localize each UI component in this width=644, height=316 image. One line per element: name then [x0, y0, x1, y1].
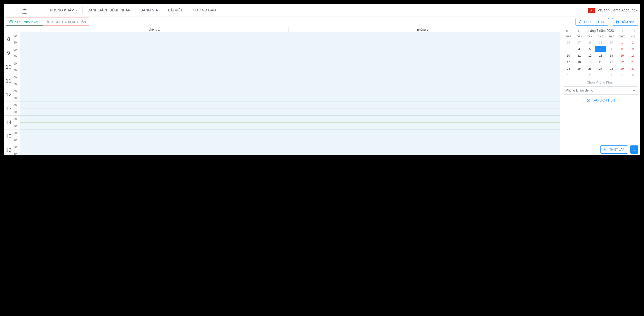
calendar-day[interactable]: 13 [595, 52, 606, 59]
calendar-day[interactable]: 29 [595, 39, 606, 46]
calendar-day[interactable]: 3 [563, 46, 574, 52]
calendar-day[interactable]: 12 [584, 52, 595, 59]
calendar-day[interactable]: 2 [584, 72, 595, 78]
calendar-dow: TH 4 [584, 34, 595, 39]
calendar-day[interactable]: 30 [606, 39, 617, 46]
settings-button[interactable]: THIẾT LẬP [600, 146, 628, 154]
calendar-day[interactable]: 20 [595, 59, 606, 65]
nav-item-label: PHÒNG KHÁM [50, 8, 74, 12]
calendar-day[interactable]: 26 [584, 65, 595, 72]
minute-label: 00 [13, 46, 20, 53]
nav-item[interactable]: PHÒNG KHÁM [45, 4, 82, 16]
calendar-nav: « ‹ tháng 7 năm 2023 › » [563, 28, 638, 34]
right-panel: « ‹ tháng 7 năm 2023 › » TH 2TH 3TH 4TH … [560, 27, 640, 155]
minute-label: 30 [13, 150, 20, 156]
calendar-day[interactable]: 15 [617, 52, 628, 59]
svg-point-6 [47, 21, 48, 22]
calendar-day[interactable]: 5 [584, 46, 595, 52]
calendar-day[interactable]: 26 [563, 39, 574, 46]
cal-prev-button[interactable]: ‹ [576, 28, 580, 33]
hour-number: 15 [4, 130, 13, 143]
flag-vietnam-icon[interactable] [588, 8, 595, 13]
minute-label: 30 [13, 81, 20, 88]
calendar-dow: TH 2 [563, 34, 574, 39]
nav-item-label: BÀI VIẾT [168, 8, 183, 12]
create-appointment-button[interactable]: TẠO LỊCH HẸN [583, 97, 618, 104]
view-tabs: XEM THEO NGÀY XEM THEO BỆNH NHÂN [6, 17, 89, 26]
account-menu[interactable]: ViCeph Demo Account [598, 8, 638, 12]
calendar-day[interactable]: 1 [574, 72, 585, 78]
mini-calendar: « ‹ tháng 7 năm 2023 › » TH 2TH 3TH 4TH … [563, 28, 638, 78]
logo[interactable]: VICEPH [4, 6, 45, 14]
calendar-day[interactable]: 18 [574, 59, 585, 65]
nav-item[interactable]: HƯỚNG DẪN [188, 4, 221, 16]
bell-icon [632, 148, 636, 152]
hour-number: 9 [4, 46, 13, 60]
calendar-day[interactable]: 31 [563, 72, 574, 78]
nav-item[interactable]: BẢNG GIÁ [136, 4, 163, 16]
calendar-day[interactable]: 11 [574, 52, 585, 59]
hour-block: 90030 [4, 46, 20, 60]
refresh-button[interactable]: REFRESH 542 [575, 18, 609, 25]
calendar-day[interactable]: 6 [628, 72, 638, 78]
calendar-day[interactable]: 19 [584, 59, 595, 65]
nav-item-label: HƯỚNG DẪN [193, 8, 216, 12]
calendar-day[interactable]: 4 [606, 72, 617, 78]
tab-view-by-patient[interactable]: XEM THEO BỆNH NHÂN [43, 18, 89, 25]
hour-number: 11 [4, 74, 13, 88]
calendar-day[interactable]: 8 [617, 46, 628, 52]
calendar-day[interactable]: 24 [563, 65, 574, 72]
minute-labels: 0030 [13, 60, 20, 74]
caret-down-icon [76, 10, 78, 11]
calendar-day[interactable]: 10 [563, 52, 574, 59]
calendar-day[interactable]: 28 [606, 65, 617, 72]
app-window: VICEPH PHÒNG KHÁMDANH SÁCH BỆNH NHÂNBẢNG… [4, 4, 640, 155]
calendar-day[interactable]: 9 [628, 46, 638, 52]
minute-label: 30 [13, 123, 20, 130]
today-button[interactable]: HÔM NAY [612, 18, 638, 25]
cal-first-button[interactable]: « [564, 28, 569, 33]
calendar-day[interactable]: 1 [617, 39, 628, 46]
calendar-day[interactable]: 30 [628, 65, 638, 72]
nav-item[interactable]: DANH SÁCH BỆNH NHÂN [82, 4, 136, 16]
calendar-day[interactable]: 27 [595, 65, 606, 72]
calendar-day[interactable]: 2 [628, 39, 638, 46]
clinic-select[interactable]: Phòng khám demo [563, 86, 638, 95]
calendar-day[interactable]: 28 [584, 39, 595, 46]
calendar-day[interactable]: 25 [574, 65, 585, 72]
calendar-day[interactable]: 14 [606, 52, 617, 59]
calendar-dow: CN [628, 34, 638, 39]
refresh-count: 542 [600, 20, 606, 23]
calendar-day[interactable]: 21 [606, 59, 617, 65]
svg-point-10 [605, 149, 606, 150]
calendar-day[interactable]: 17 [563, 59, 574, 65]
gear-icon [604, 148, 608, 151]
account-name: ViCeph Demo Account [598, 8, 634, 12]
hour-block: 110030 [4, 74, 20, 88]
calendar-day[interactable]: 27 [574, 39, 585, 46]
calendar-day[interactable]: 7 [606, 46, 617, 52]
scheduler-scroll[interactable]: 8003090030100030110030120030130030140030… [4, 32, 560, 155]
calendar-day[interactable]: 6 [595, 46, 606, 52]
slot-area[interactable] [20, 32, 560, 155]
minute-label: 30 [13, 95, 20, 102]
cal-last-button[interactable]: » [632, 28, 637, 33]
minute-labels: 0030 [13, 74, 20, 88]
calendar-day[interactable]: 4 [574, 46, 585, 52]
nav-item[interactable]: BÀI VIẾT [163, 4, 188, 16]
cal-next-button[interactable]: › [621, 28, 625, 33]
tab-view-by-day[interactable]: XEM THEO NGÀY [6, 18, 43, 25]
svg-text:VICEPH: VICEPH [22, 12, 27, 14]
calendar-dow: TH 5 [595, 34, 606, 39]
notifications-button[interactable] [630, 146, 638, 154]
calendar-day[interactable]: 29 [617, 65, 628, 72]
calendar-day[interactable]: 16 [628, 52, 638, 59]
calendar-day[interactable]: 22 [617, 59, 628, 65]
calendar-day[interactable]: 5 [617, 72, 628, 78]
svg-point-4 [11, 22, 11, 22]
current-time-indicator [20, 123, 560, 123]
minute-label: 30 [13, 39, 20, 46]
refresh-icon [579, 20, 582, 24]
calendar-day[interactable]: 23 [628, 59, 638, 65]
calendar-day[interactable]: 3 [595, 72, 606, 78]
